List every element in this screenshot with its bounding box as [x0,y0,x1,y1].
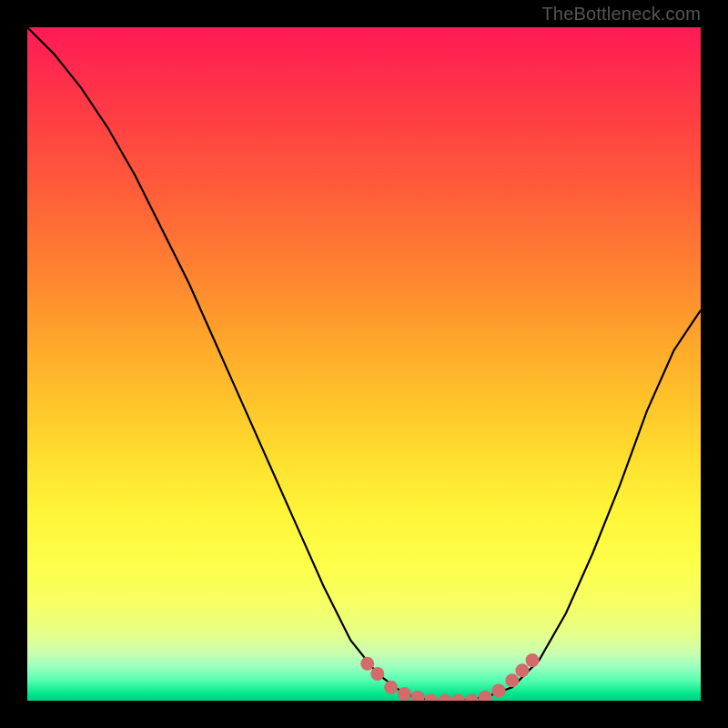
curve-marker [398,687,411,701]
curve-marker [465,694,479,702]
curve-marker [370,667,384,681]
curve-marker [384,681,398,694]
curve-marker [505,673,519,687]
curve-marker [438,694,451,702]
curve-marker [492,683,506,697]
attribution-text: TheBottleneck.com [541,4,701,25]
curve-marker [360,657,374,671]
bottleneck-curve [27,27,701,701]
chart-plot-area [27,27,701,701]
curve-marker [515,663,529,677]
curve-marker [425,694,439,702]
curve-marker [411,691,425,701]
curve-marker [479,691,492,701]
curve-marker [526,653,540,667]
curve-marker [451,694,465,702]
